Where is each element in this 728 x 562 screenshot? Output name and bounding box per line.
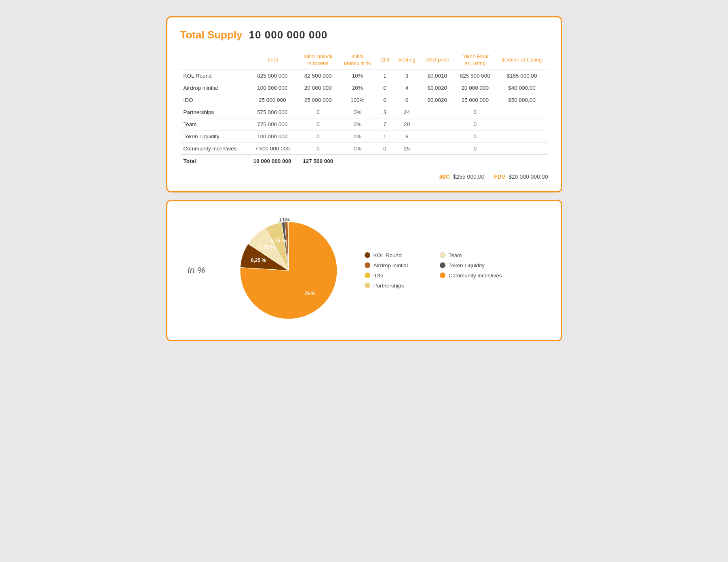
- table-row: Partnerships575 000 00000%3240: [180, 106, 548, 118]
- cell-token_float: 825 500 000: [454, 70, 496, 82]
- table-row: Token Liquidity100 000 00000%160: [180, 130, 548, 142]
- cell-name: Partnerships: [180, 106, 247, 118]
- legend-color-dot: [365, 283, 370, 288]
- col-cliff: Cliff: [376, 51, 394, 70]
- cell-cliff: 0: [376, 142, 394, 155]
- title-row: Total Supply 10 000 000 000: [180, 29, 548, 41]
- cell-vesting: 4: [393, 82, 420, 94]
- table-row: Total10 000 000 000127 500 000: [180, 155, 548, 167]
- cell-total: 575 000 000: [247, 106, 298, 118]
- cell-usd_price: [420, 155, 454, 167]
- cell-initial_unlock_pct: 0%: [339, 106, 376, 118]
- legend-item-airdrop-inintial: Airdrop inintial: [365, 262, 427, 268]
- cell-cliff: 3: [376, 106, 394, 118]
- legend-item-token-liquidity: Token Liquidity: [440, 262, 502, 268]
- cell-value_at_listing: [496, 155, 548, 167]
- cell-usd_price: $0,0010: [420, 70, 454, 82]
- col-total: Total: [247, 51, 298, 70]
- cell-usd_price: $0,0020: [420, 82, 454, 94]
- cell-cliff: 0: [376, 82, 394, 94]
- fdv-label: FDV: [494, 173, 505, 180]
- cell-vesting: 3: [393, 70, 420, 82]
- cell-name: KOL Round: [180, 70, 247, 82]
- cell-token_float: 0: [454, 142, 496, 155]
- cell-vesting: 0: [393, 94, 420, 106]
- cell-name: Token Liquidity: [180, 130, 247, 142]
- legend-label: IDO: [373, 273, 383, 279]
- cell-cliff: 7: [376, 118, 394, 130]
- cell-vesting: 25: [393, 142, 420, 155]
- cell-value_at_listing: [496, 118, 548, 130]
- legend-item-community-incentives: Community incentives: [440, 273, 502, 279]
- cell-value_at_listing: $50 000,00: [496, 94, 548, 106]
- cell-value_at_listing: [496, 106, 548, 118]
- cell-name: Total: [180, 155, 247, 167]
- cell-cliff: 1: [376, 70, 394, 82]
- legend-color-dot: [365, 262, 370, 268]
- table-row: Airdrop inintial100 000 00020 000 00020%…: [180, 82, 548, 94]
- legend-label: Community incentives: [449, 273, 502, 279]
- table-row: Team775 000 00000%7200: [180, 118, 548, 130]
- cell-name: Airdrop inintial: [180, 82, 247, 94]
- cell-token_float: 25 000 000: [454, 94, 496, 106]
- cell-usd_price: [420, 118, 454, 130]
- cell-total: 100 000 000: [247, 130, 298, 142]
- cell-cliff: 1: [376, 130, 394, 142]
- fdv-row: FDV $20 000 000,00: [494, 173, 548, 180]
- page-wrapper: Total Supply 10 000 000 000 Total Initia…: [166, 16, 562, 341]
- col-name: [180, 51, 247, 70]
- cell-initial_unlock_pct: 100%: [339, 94, 376, 106]
- legend-color-dot: [365, 252, 370, 258]
- cell-total: 775 000 000: [247, 118, 298, 130]
- cell-value_at_listing: [496, 130, 548, 142]
- legend: KOL RoundTeamAirdrop inintialToken Liqui…: [365, 252, 502, 289]
- imc-label: IMC: [439, 173, 450, 180]
- cell-initial_unlock_pct: 10%: [339, 70, 376, 82]
- chart-section: In % 76 %8,25 %7,75 %5,75 %1 %1 % KOL Ro…: [180, 214, 548, 327]
- legend-label: Partnerships: [373, 283, 404, 289]
- cell-name: IDO: [180, 94, 247, 106]
- cell-total: 825 000 000: [247, 70, 298, 82]
- cell-token_float: 0: [454, 118, 496, 130]
- legend-label: Token Liquidity: [449, 262, 485, 268]
- cell-initial_unlock_tokens: 0: [297, 118, 338, 130]
- cell-token_float: 0: [454, 106, 496, 118]
- tokenomics-table: Total Initial unlockin tokens Initialunl…: [180, 51, 548, 167]
- legend-label: Team: [449, 252, 462, 258]
- col-vesting: Vesting: [393, 51, 420, 70]
- cell-value_at_listing: $165 000,00: [496, 70, 548, 82]
- cell-initial_unlock_tokens: 0: [297, 130, 338, 142]
- cell-initial_unlock_pct: 20%: [339, 82, 376, 94]
- bottom-card: In % 76 %8,25 %7,75 %5,75 %1 %1 % KOL Ro…: [166, 200, 562, 341]
- legend-item-team: Team: [440, 252, 502, 258]
- supply-number: 10 000 000 000: [249, 29, 328, 41]
- cell-cliff: 0: [376, 94, 394, 106]
- cell-total: 7 600 000 000: [247, 142, 298, 155]
- cell-token_float: [454, 155, 496, 167]
- cell-initial_unlock_tokens: 0: [297, 142, 338, 155]
- cell-initial_unlock_tokens: 25 000 000: [297, 94, 338, 106]
- cell-initial_unlock_tokens: 0: [297, 106, 338, 118]
- in-percent-label: In %: [180, 265, 213, 276]
- cell-initial_unlock_tokens: 127 500 000: [297, 155, 338, 167]
- cell-initial_unlock_pct: 0%: [339, 142, 376, 155]
- imc-value: $255 000,00: [453, 173, 484, 180]
- cell-token_float: 20 000 000: [454, 82, 496, 94]
- cell-vesting: 24: [393, 106, 420, 118]
- col-initial-unlock-pct: Initialunlock in %: [339, 51, 376, 70]
- cell-name: Team: [180, 118, 247, 130]
- legend-item-ido: IDO: [365, 273, 427, 279]
- cell-vesting: [393, 155, 420, 167]
- page-title: Total Supply: [180, 29, 243, 41]
- table-row: KOL Round825 000 00082 500 00010%13$0,00…: [180, 70, 548, 82]
- table-row: Community incentives7 600 000 00000%0250: [180, 142, 548, 155]
- cell-initial_unlock_pct: [339, 155, 376, 167]
- table-row: IDO25 000 00025 000 000100%00$0,002025 0…: [180, 94, 548, 106]
- cell-initial_unlock_pct: 0%: [339, 130, 376, 142]
- cell-total: 25 000 000: [247, 94, 298, 106]
- legend-item-partnerships: Partnerships: [365, 283, 427, 289]
- legend-color-dot: [440, 262, 445, 268]
- cell-value_at_listing: [496, 142, 548, 155]
- cell-vesting: 20: [393, 118, 420, 130]
- cell-cliff: [376, 155, 394, 167]
